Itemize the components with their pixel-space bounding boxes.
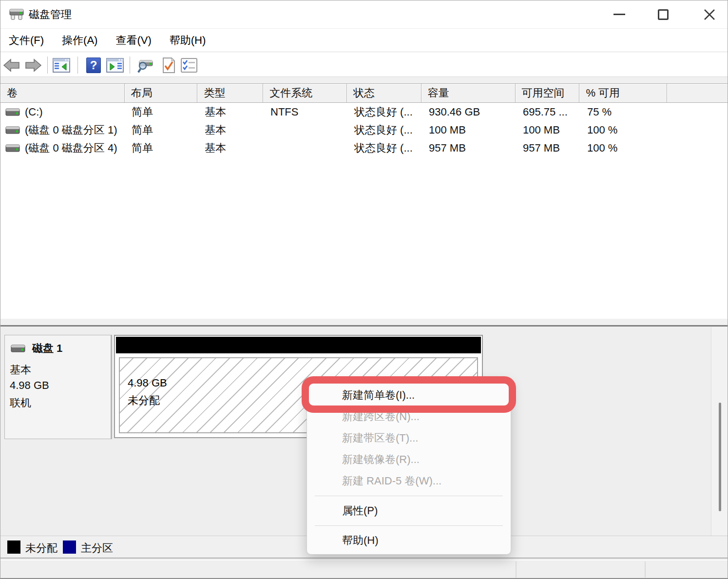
volume-list: 卷 布局 类型 文件系统 状态 容量 可用空间 % 可用 (C:) 简单 基本 … bbox=[0, 83, 728, 319]
toolbar: ? bbox=[0, 53, 728, 77]
unallocated-color-band bbox=[116, 337, 481, 353]
cell-capacity: 957 MB bbox=[422, 142, 516, 154]
table-row[interactable]: (C:) 简单 基本 NTFS 状态良好 (... 930.46 GB 695.… bbox=[0, 103, 728, 121]
cell-filesystem: NTFS bbox=[264, 106, 347, 118]
menu-item-new-simple-volume[interactable]: 新建简单卷(I)... bbox=[307, 385, 511, 406]
maximize-button[interactable] bbox=[648, 0, 679, 28]
unallocated-swatch bbox=[7, 540, 20, 554]
volume-name: (磁盘 0 磁盘分区 1) bbox=[25, 123, 117, 137]
unallocated-label: 未分配 bbox=[25, 541, 57, 556]
help-icon: ? bbox=[86, 58, 101, 73]
pane-spacer bbox=[0, 77, 728, 83]
menu-item-new-mirrored-volume: 新建镜像卷(R)... bbox=[307, 449, 511, 470]
cell-percent-free: 100 % bbox=[580, 142, 668, 154]
pane-splitter[interactable] bbox=[0, 319, 728, 327]
column-header-volume[interactable]: 卷 bbox=[0, 84, 125, 102]
disk-management-app-icon bbox=[8, 6, 25, 24]
column-header-status[interactable]: 状态 bbox=[347, 84, 421, 102]
menu-item-help[interactable]: 帮助(H) bbox=[307, 530, 511, 551]
cell-type: 基本 bbox=[198, 141, 264, 155]
splitter-line bbox=[0, 325, 728, 327]
column-header-percent-free[interactable]: % 可用 bbox=[579, 84, 667, 102]
back-icon bbox=[3, 58, 20, 73]
toolbar-separator bbox=[77, 57, 78, 74]
checklist-icon bbox=[180, 58, 198, 73]
partition-capacity: 4.98 GB bbox=[128, 377, 167, 389]
rescan-disks-button[interactable] bbox=[136, 56, 154, 75]
cell-layout: 简单 bbox=[125, 123, 198, 137]
help-button[interactable]: ? bbox=[84, 56, 103, 75]
status-bar-divider bbox=[645, 561, 646, 578]
disk-management-window: 磁盘管理 文件(F) 操作(A) 查看(V) 帮助(H) bbox=[0, 0, 728, 579]
close-button[interactable] bbox=[694, 0, 725, 28]
column-header-filesystem[interactable]: 文件系统 bbox=[263, 84, 347, 102]
column-header-type[interactable]: 类型 bbox=[197, 84, 263, 102]
partition-state: 未分配 bbox=[128, 393, 160, 408]
show-console-tree-button[interactable] bbox=[52, 56, 71, 75]
column-header-free-space[interactable]: 可用空间 bbox=[516, 84, 580, 102]
menu-help[interactable]: 帮助(H) bbox=[169, 31, 207, 50]
disk-status: 联机 bbox=[10, 396, 31, 410]
primary-partition-swatch bbox=[63, 540, 76, 554]
minimize-icon bbox=[613, 14, 625, 15]
context-menu: 新建简单卷(I)... 新建跨区卷(N)... 新建带区卷(T)... 新建镜像… bbox=[307, 378, 511, 555]
cell-free-space: 100 MB bbox=[516, 124, 580, 136]
cell-percent-free: 75 % bbox=[580, 106, 668, 118]
toolbar-separator bbox=[47, 57, 48, 74]
volume-icon bbox=[5, 125, 20, 135]
status-bar bbox=[0, 560, 728, 579]
cell-layout: 简单 bbox=[125, 141, 198, 155]
toolbar-separator bbox=[130, 57, 130, 74]
forward-button[interactable] bbox=[24, 56, 42, 75]
primary-partition-label: 主分区 bbox=[81, 541, 113, 556]
menu-file[interactable]: 文件(F) bbox=[8, 31, 45, 50]
cell-percent-free: 100 % bbox=[580, 124, 668, 136]
table-row[interactable]: (磁盘 0 磁盘分区 1) 简单 基本 状态良好 (... 100 MB 100… bbox=[0, 121, 728, 139]
disk-icon bbox=[11, 343, 25, 354]
show-action-pane-button[interactable] bbox=[106, 56, 124, 75]
title-bar: 磁盘管理 bbox=[0, 0, 728, 29]
cell-capacity: 100 MB bbox=[422, 124, 516, 136]
check-document-button[interactable] bbox=[159, 56, 178, 75]
cell-layout: 简单 bbox=[125, 105, 198, 119]
page-title: 磁盘管理 bbox=[29, 7, 72, 22]
disk-name: 磁盘 1 bbox=[32, 341, 62, 356]
maximize-icon bbox=[658, 9, 669, 20]
scrollbar-thumb[interactable] bbox=[719, 403, 721, 511]
volume-icon bbox=[5, 107, 20, 117]
volume-name: (C:) bbox=[25, 106, 43, 118]
menu-bar: 文件(F) 操作(A) 查看(V) 帮助(H) bbox=[0, 29, 728, 52]
check-document-icon bbox=[160, 57, 177, 74]
show-console-tree-icon bbox=[53, 58, 70, 73]
cell-free-space: 957 MB bbox=[516, 142, 580, 154]
rescan-disks-icon bbox=[136, 58, 154, 73]
back-button[interactable] bbox=[2, 56, 21, 75]
menu-action[interactable]: 操作(A) bbox=[61, 31, 98, 50]
disk-1-info-box[interactable]: 磁盘 1 基本 4.98 GB 联机 bbox=[4, 335, 112, 439]
show-action-pane-icon bbox=[106, 58, 124, 73]
table-row[interactable]: (磁盘 0 磁盘分区 4) 简单 基本 状态良好 (... 957 MB 957… bbox=[0, 139, 728, 157]
column-header-layout[interactable]: 布局 bbox=[125, 84, 198, 102]
volume-list-header: 卷 布局 类型 文件系统 状态 容量 可用空间 % 可用 bbox=[0, 83, 728, 103]
cell-status: 状态良好 (... bbox=[347, 123, 422, 137]
menu-view[interactable]: 查看(V) bbox=[115, 31, 152, 50]
volume-name: (磁盘 0 磁盘分区 4) bbox=[25, 141, 117, 155]
status-bar-divider bbox=[516, 561, 517, 578]
menu-item-new-spanned-volume: 新建跨区卷(N)... bbox=[307, 406, 511, 427]
checklist-button[interactable] bbox=[180, 56, 198, 75]
column-header-capacity[interactable]: 容量 bbox=[421, 84, 516, 102]
menu-item-properties[interactable]: 属性(P) bbox=[307, 500, 511, 521]
cell-type: 基本 bbox=[198, 105, 264, 119]
column-header-blank bbox=[667, 84, 728, 102]
minimize-button[interactable] bbox=[604, 0, 635, 28]
cell-free-space: 695.75 ... bbox=[516, 106, 580, 118]
disk-capacity: 4.98 GB bbox=[10, 379, 49, 392]
forward-icon bbox=[24, 58, 42, 73]
cell-type: 基本 bbox=[198, 123, 264, 137]
menu-item-new-striped-volume: 新建带区卷(T)... bbox=[307, 427, 511, 449]
menu-item-new-raid5-volume: 新建 RAID-5 卷(W)... bbox=[307, 470, 511, 492]
cell-status: 状态良好 (... bbox=[347, 141, 422, 155]
menu-separator bbox=[315, 496, 503, 496]
menu-separator bbox=[315, 525, 503, 526]
vertical-scrollbar[interactable] bbox=[711, 327, 728, 536]
